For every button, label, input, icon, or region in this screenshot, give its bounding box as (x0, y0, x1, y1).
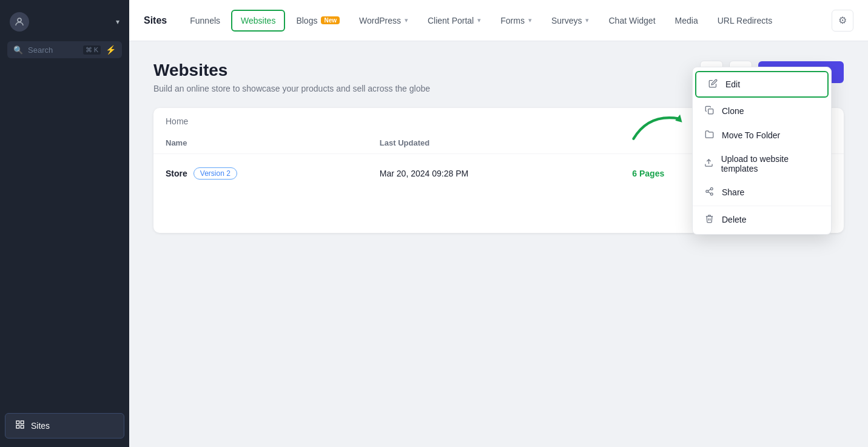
topnav-item-client-portal[interactable]: Client Portal ▾ (419, 11, 490, 30)
avatar-icon (10, 12, 29, 32)
page-title: Websites (153, 61, 430, 80)
svg-line-18 (708, 192, 710, 193)
topnav-item-surveys[interactable]: Surveys ▾ (543, 11, 598, 30)
svg-point-0 (18, 18, 21, 22)
dropdown-edit-label: Edit (725, 79, 740, 89)
svg-rect-1 (16, 421, 19, 424)
context-dropdown-menu: Edit Clone Move To Folder Upload to webs… (692, 67, 832, 235)
svg-line-19 (708, 189, 710, 190)
pages-count: 6 Pages (632, 169, 664, 178)
topnav-item-media[interactable]: Media (667, 11, 707, 30)
svg-point-17 (710, 193, 713, 195)
version-badge: Version 2 (193, 167, 237, 180)
svg-rect-4 (21, 425, 24, 428)
svg-point-16 (705, 190, 708, 193)
folder-icon (704, 130, 715, 141)
lightning-icon: ⚡ (106, 45, 116, 55)
topnav-item-websites[interactable]: Websites (231, 10, 285, 32)
top-navigation: Sites Funnels Websites Blogs New WordPre… (129, 0, 868, 41)
topnav-item-wordpress[interactable]: WordPress ▾ (351, 11, 417, 30)
sites-icon (15, 420, 25, 432)
dropdown-share-label: Share (722, 187, 744, 197)
dropdown-upload-label: Upload to website templates (721, 154, 820, 173)
wordpress-dropdown-arrow: ▾ (405, 16, 408, 24)
delete-icon (704, 214, 715, 225)
share-icon (704, 187, 715, 198)
dropdown-move-label: Move To Folder (722, 130, 780, 140)
search-input[interactable]: 🔍 Search ⌘ K ⚡ (7, 41, 122, 58)
topnav-item-forms[interactable]: Forms ▾ (492, 11, 540, 30)
dropdown-item-move-to-folder[interactable]: Move To Folder (693, 123, 831, 147)
page-subtitle: Build an online store to showcase your p… (153, 84, 430, 93)
blogs-new-badge: New (321, 16, 340, 24)
topnav-item-url-redirects[interactable]: URL Redirects (709, 11, 781, 30)
dropdown-delete-label: Delete (722, 215, 746, 224)
dropdown-item-clone[interactable]: Clone (693, 99, 831, 123)
avatar-chevron-icon: ▾ (116, 18, 119, 26)
dropdown-item-share[interactable]: Share (693, 180, 831, 204)
dropdown-item-edit[interactable]: Edit (695, 71, 829, 98)
svg-rect-3 (16, 425, 19, 428)
search-label: Search (28, 45, 78, 55)
client-portal-dropdown-arrow: ▾ (477, 16, 481, 24)
svg-rect-2 (21, 421, 24, 424)
svg-rect-13 (708, 109, 713, 114)
row-name-cell: Store Version 2 (153, 154, 368, 193)
search-kbd: ⌘ K (83, 45, 101, 55)
svg-point-15 (710, 187, 713, 190)
column-header-last-updated: Last Updated (368, 132, 620, 154)
topnav-title: Sites (144, 15, 167, 26)
sidebar: ▾ 🔍 Search ⌘ K ⚡ Sites (0, 0, 129, 447)
sidebar-item-sites-label: Sites (31, 421, 50, 431)
sidebar-avatar-section[interactable]: ▾ (0, 7, 129, 36)
sidebar-item-sites[interactable]: Sites (5, 413, 124, 439)
upload-icon (704, 158, 714, 169)
topnav-item-funnels[interactable]: Funnels (181, 11, 229, 30)
dropdown-item-delete[interactable]: Delete (693, 207, 831, 232)
topnav-item-blogs[interactable]: Blogs New (288, 11, 348, 30)
forms-dropdown-arrow: ▾ (528, 16, 532, 24)
settings-gear-icon[interactable]: ⚙ (832, 10, 853, 32)
dropdown-clone-label: Clone (722, 106, 744, 116)
clone-icon (704, 106, 715, 116)
surveys-dropdown-arrow: ▾ (585, 16, 589, 24)
row-last-updated: Mar 20, 2024 09:28 PM (368, 154, 620, 193)
website-name: Store (166, 169, 187, 178)
content-title-block: Websites Build an online store to showca… (153, 61, 430, 93)
column-header-name: Name (153, 132, 368, 154)
dropdown-item-upload-templates[interactable]: Upload to website templates (693, 147, 831, 180)
edit-icon (707, 79, 718, 90)
dropdown-divider (693, 206, 831, 206)
search-icon: 🔍 (13, 45, 23, 55)
topnav-item-chat-widget[interactable]: Chat Widget (600, 11, 664, 30)
